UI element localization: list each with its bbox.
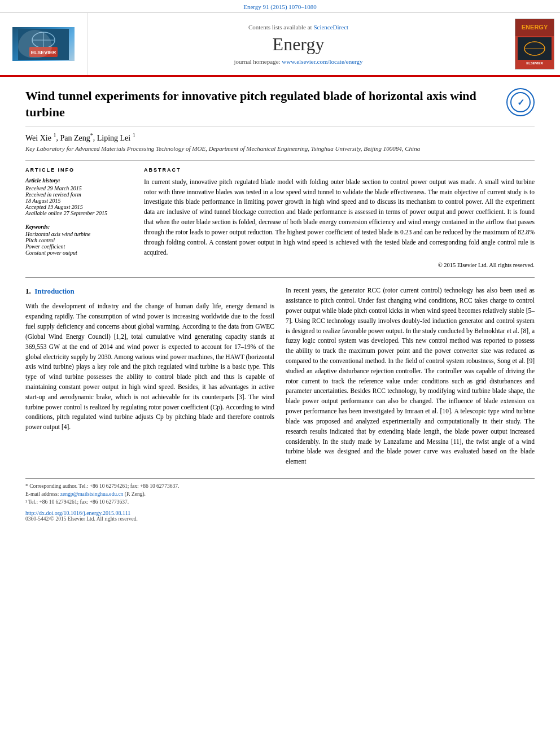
history-accepted: Accepted 19 August 2015 [25, 204, 133, 210]
footer-area: * Corresponding author. Tel.: +86 10 627… [25, 478, 535, 522]
journal-cover-container: ENERGY ELSEVIER [509, 13, 560, 75]
issn-line: 0360-5442/© 2015 Elsevier Ltd. All right… [25, 516, 535, 522]
keyword-2: Pitch control [25, 237, 133, 243]
article-history: Article history: Received 29 March 2015 … [25, 177, 133, 216]
keyword-1: Horizontal axis wind turbine [25, 231, 133, 237]
elsevier-logo-container: ELSEVIER [0, 13, 88, 75]
journal-homepage: journal homepage: www.elsevier.com/locat… [234, 58, 362, 65]
sciencedirect-link[interactable]: ScienceDirect [313, 24, 348, 30]
history-revised-label: Received in revised form [25, 191, 133, 198]
footer-email[interactable]: zengp@mailstsinghua.edu.cn [60, 491, 124, 497]
keywords-label: Keywords: [25, 224, 50, 230]
homepage-url[interactable]: www.elsevier.com/locate/energy [282, 58, 362, 65]
crossmark-badge[interactable]: ✓ [506, 88, 535, 116]
body-divider [25, 277, 535, 278]
journal-cover: ENERGY ELSEVIER [515, 19, 554, 69]
journal-info-center: Contents lists available at ScienceDirec… [88, 13, 509, 75]
footer-note-star: * Corresponding author. Tel.: +86 10 627… [25, 482, 535, 490]
article-info-col: ARTICLE INFO Article history: Received 2… [25, 167, 133, 269]
abstract-col: ABSTRACT In current study, innovative pi… [144, 167, 535, 269]
section1-name: Introduction [34, 287, 75, 295]
body-left-text: With the development of industry and the… [25, 302, 274, 433]
article-meta-section: ARTICLE INFO Article history: Received 2… [25, 160, 535, 269]
authors-line: Wei Xie 1, Pan Zeng*, Liping Lei 1 [25, 132, 535, 143]
keyword-4: Constant power output [25, 250, 133, 256]
journal-header: ELSEVIER Contents lists available at Sci… [0, 13, 560, 77]
article-content: Wind tunnel experiments for innovative p… [0, 77, 560, 533]
svg-text:ELSEVIER: ELSEVIER [31, 50, 56, 55]
abstract-header: ABSTRACT [144, 167, 535, 173]
history-online: Available online 27 September 2015 [25, 210, 133, 216]
section1-num: 1. [25, 287, 31, 295]
article-title-section: Wind tunnel experiments for innovative p… [25, 88, 535, 126]
svg-text:ELSEVIER: ELSEVIER [526, 62, 543, 65]
abstract-text: In current study, innovative pitch regul… [144, 177, 535, 258]
history-label: Article history: [25, 177, 133, 184]
svg-rect-0 [18, 29, 69, 60]
doi-url[interactable]: http://dx.doi.org/10.1016/j.energy.2015.… [25, 510, 130, 516]
journal-citation: Energy 91 (2015) 1070–1080 [243, 3, 317, 10]
sciencedirect-line: Contents lists available at ScienceDirec… [248, 24, 348, 30]
copyright-line: © 2015 Elsevier Ltd. All rights reserved… [144, 262, 535, 268]
elsevier-logo-image: ELSEVIER [12, 27, 75, 61]
body-right-text: In recent years, the generator RCC (roto… [286, 286, 535, 467]
top-bar: Energy 91 (2015) 1070–1080 [0, 0, 560, 13]
keyword-3: Power coefficient [25, 243, 133, 250]
history-received: Received 29 March 2015 [25, 185, 133, 191]
footer-note-1: ¹ Tel.: +86 10 62794261; fax: +86 10 627… [25, 498, 535, 506]
article-title: Wind tunnel experiments for innovative p… [25, 88, 495, 120]
keywords-section: Keywords: Horizontal axis wind turbine P… [25, 222, 133, 256]
footer-email-line: E-mail address: zengp@mailstsinghua.edu.… [25, 490, 535, 498]
article-info-header: ARTICLE INFO [25, 167, 133, 173]
affiliation: Key Laboratory for Advanced Materials Pr… [25, 145, 535, 152]
crossmark-icon: ✓ [510, 92, 531, 112]
body-right-col: In recent years, the generator RCC (roto… [286, 286, 535, 467]
body-left-col: 1. Introduction With the development of … [25, 286, 274, 467]
section1-title: 1. Introduction [25, 286, 274, 297]
journal-name: Energy [273, 34, 325, 55]
doi-line: http://dx.doi.org/10.1016/j.energy.2015.… [25, 510, 535, 516]
elsevier-logo: ELSEVIER [12, 27, 75, 61]
svg-text:ENERGY: ENERGY [522, 24, 548, 30]
body-columns: 1. Introduction With the development of … [25, 286, 535, 467]
history-revised-date: 18 August 2015 [25, 198, 133, 204]
